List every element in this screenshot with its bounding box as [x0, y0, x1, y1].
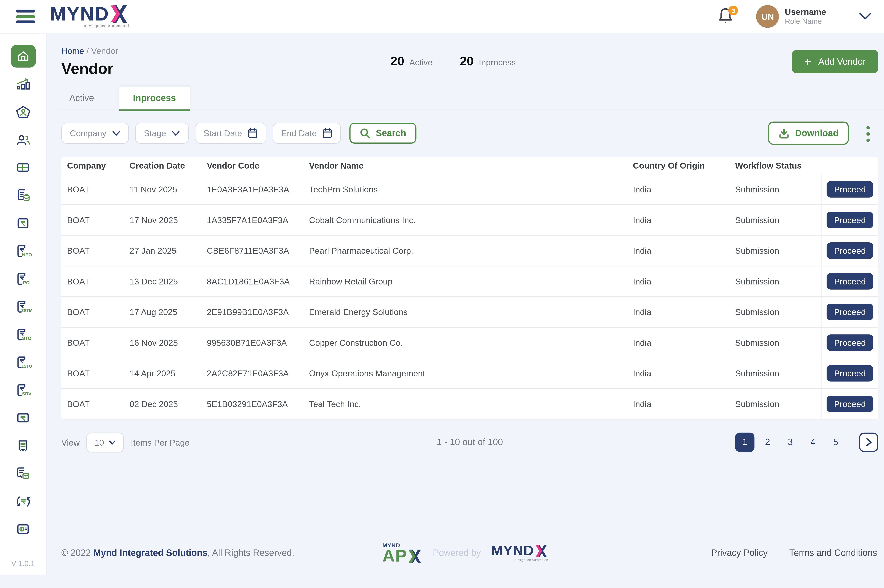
vendor-stats: 20 Active 20 Inprocess: [390, 54, 543, 69]
cell-vendor-name: Pearl Pharmaceutical Corp.: [304, 246, 627, 255]
cell-workflow-status: Submission: [729, 276, 821, 286]
cell-workflow-status: Submission: [729, 399, 821, 409]
chevron-down-icon: [112, 130, 120, 136]
notifications-bell[interactable]: 3: [718, 8, 735, 26]
company-filter-label: Company: [70, 128, 106, 138]
sidebar-item-vendor[interactable]: [11, 100, 35, 123]
apx-x-icon: [408, 549, 422, 563]
vendor-table: Company Creation Date Vendor Code Vendor…: [62, 157, 878, 420]
cell-creation-date: 13 Dec 2025: [124, 276, 201, 286]
avatar[interactable]: UN: [756, 5, 779, 28]
download-button[interactable]: Download: [768, 122, 849, 145]
pagination-bar: View 10 Items Per Page 1 - 10 out of 100…: [62, 431, 878, 454]
sidebar-item-srv[interactable]: SRV: [11, 379, 35, 401]
sidebar-item-npo[interactable]: NPO: [11, 240, 35, 262]
proceed-button[interactable]: Proceed: [827, 365, 873, 381]
cell-vendor-code: 2E91B99B1E0A3F3A: [201, 307, 304, 317]
sidebar-item-card-table[interactable]: [11, 156, 35, 179]
sidebar-item-users[interactable]: [11, 128, 35, 151]
user-name: Username: [785, 6, 826, 17]
stage-filter-dropdown[interactable]: Stage: [135, 123, 189, 144]
hamburger-menu-icon[interactable]: [16, 10, 35, 23]
svg-text:ZSTO: ZSTO: [21, 364, 32, 368]
vendor-page: MYND Intelligence Automated 3 UN Usernam…: [0, 0, 884, 574]
cell-workflow-status: Submission: [729, 307, 821, 317]
footer-branding: MYND AP Powered by MYND: [47, 543, 884, 563]
cell-company: BOAT: [62, 399, 124, 409]
doc-rupee-npo-icon: NPO: [15, 243, 32, 259]
cell-vendor-name: Teal Tech Inc.: [304, 399, 627, 409]
sidebar-item-home[interactable]: [11, 45, 35, 68]
tab-inprocess[interactable]: Inprocess: [119, 87, 189, 111]
cell-country: India: [627, 368, 729, 378]
sidebar-item-document-case[interactable]: [11, 184, 35, 207]
cell-vendor-name: Emerald Energy Solutions: [304, 307, 627, 317]
card-payment-icon: [15, 522, 31, 536]
svg-text:STO: STO: [22, 336, 31, 340]
table-row: BOAT 17 Nov 2025 1A335F7A1E0A3F3A Cobalt…: [62, 205, 878, 236]
tab-active[interactable]: Active: [56, 86, 108, 110]
sidebar-item-zstm[interactable]: ZSTM: [11, 295, 35, 318]
proceed-button[interactable]: Proceed: [827, 304, 873, 320]
sidebar-item-invoice-rupee[interactable]: [11, 212, 35, 235]
proceed-button[interactable]: Proceed: [827, 334, 873, 351]
proceed-button[interactable]: Proceed: [827, 273, 873, 290]
stat-inprocess: 20 Inprocess: [460, 54, 516, 69]
plus-icon: +: [804, 55, 812, 68]
proceed-button[interactable]: Proceed: [827, 181, 873, 198]
sidebar-item-sto[interactable]: STO: [11, 323, 35, 346]
sidebar-item-doc-mail[interactable]: [11, 462, 35, 485]
col-creation-date: Creation Date: [124, 160, 201, 170]
sidebar-item-rupee-exchange[interactable]: [11, 490, 35, 513]
cell-workflow-status: Submission: [729, 338, 821, 348]
myndx-footer-logo: MYND Intelligence Automated: [491, 545, 548, 561]
proceed-button[interactable]: Proceed: [827, 212, 873, 228]
user-meta: Username Role Name: [785, 6, 826, 26]
cell-workflow-status: Submission: [729, 368, 821, 378]
col-vendor-code: Vendor Code: [201, 160, 304, 170]
start-date-picker[interactable]: Start Date: [195, 123, 266, 144]
doc-rupee-srv-icon: SRV: [15, 382, 32, 398]
end-date-picker[interactable]: End Date: [273, 123, 341, 144]
cell-country: India: [627, 338, 729, 348]
table-row: BOAT 11 Nov 2025 1E0A3F3A1E0A3F3A TechPr…: [62, 174, 878, 205]
sidebar-item-card-rupee[interactable]: [11, 406, 35, 429]
cell-vendor-name: Cobalt Communications Inc.: [304, 215, 627, 225]
breadcrumb-home-link[interactable]: Home: [62, 46, 84, 56]
sidebar-item-receipt[interactable]: [11, 434, 35, 457]
stage-filter-label: Stage: [144, 128, 166, 138]
proceed-button[interactable]: Proceed: [827, 396, 873, 412]
doc-rupee-zsto-icon: ZSTO: [15, 355, 32, 370]
home-icon: [15, 50, 30, 63]
cell-action: Proceed: [821, 358, 878, 388]
app-logo: MYND Intelligence Automated: [50, 5, 129, 28]
breadcrumb-separator: /: [86, 46, 89, 56]
app-version: V 1.0.1: [11, 559, 35, 568]
add-vendor-button[interactable]: + Add Vendor: [792, 50, 878, 74]
sidebar-item-zsto[interactable]: ZSTO: [11, 351, 35, 374]
footer: © 2022 Mynd Integrated Solutions, All Ri…: [47, 537, 884, 569]
filter-toolbar: Company Stage Start Date: [62, 123, 884, 144]
search-button[interactable]: Search: [350, 123, 416, 144]
svg-text:PO: PO: [23, 280, 29, 285]
stat-active-value: 20: [390, 54, 404, 69]
table-row: BOAT 14 Apr 2025 2A2C82F71E0A3F3A Onyx O…: [62, 358, 878, 389]
sidebar-item-card-payment[interactable]: [11, 518, 35, 541]
cell-creation-date: 27 Jan 2025: [124, 246, 201, 255]
table-row: BOAT 02 Dec 2025 5E1B03291E0A3F3A Teal T…: [62, 389, 878, 420]
apx-logo: MYND AP: [382, 543, 422, 563]
cell-company: BOAT: [62, 276, 124, 286]
document-briefcase-icon: [15, 188, 31, 203]
calendar-icon: [322, 128, 333, 138]
company-filter-dropdown[interactable]: Company: [62, 123, 129, 144]
col-company: Company: [62, 160, 124, 170]
proceed-button[interactable]: Proceed: [827, 242, 873, 259]
more-options-kebab-icon[interactable]: [863, 126, 874, 142]
sidebar-item-po[interactable]: PO: [11, 267, 35, 290]
stat-inprocess-value: 20: [460, 54, 474, 69]
chevron-down-icon[interactable]: [859, 12, 872, 21]
invoice-rupee-icon: [15, 216, 31, 230]
search-label: Search: [376, 128, 406, 138]
sidebar-item-analytics[interactable]: [11, 73, 35, 95]
table-row: BOAT 13 Dec 2025 8AC1D1861E0A3F3A Rainbo…: [62, 266, 878, 297]
